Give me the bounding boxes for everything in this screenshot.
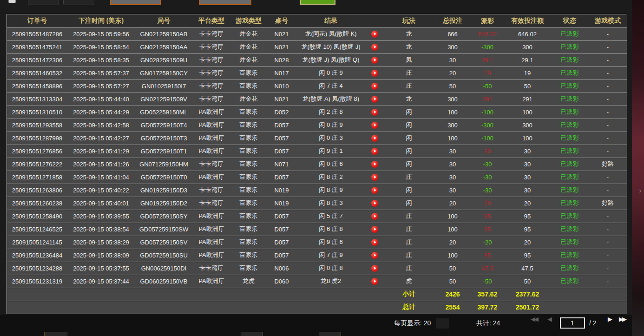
table-row: 2509150512718582025-09-15 05:41:04GD0572… bbox=[7, 171, 627, 184]
play-icon[interactable] bbox=[371, 70, 378, 77]
play-icon[interactable] bbox=[371, 57, 378, 64]
filter-dropdown-2[interactable]: ▾ bbox=[199, 0, 251, 5]
page-total-label: / 2 bbox=[589, 319, 597, 327]
replay-button[interactable] bbox=[366, 79, 383, 92]
filter-field-1[interactable] bbox=[28, 0, 59, 5]
first-page-icon[interactable]: ◀◀ bbox=[531, 316, 537, 323]
next-page-icon[interactable]: ▶ bbox=[608, 316, 611, 323]
cell-platform-type: 卡卡湾厅 bbox=[193, 158, 230, 171]
replay-button[interactable] bbox=[366, 249, 383, 262]
play-icon[interactable] bbox=[371, 96, 378, 103]
cell-game-mode: - bbox=[589, 171, 627, 184]
replay-button[interactable] bbox=[366, 132, 383, 145]
col-table-number: 桌号 bbox=[267, 14, 296, 27]
play-icon[interactable] bbox=[371, 109, 378, 116]
filter-field-2[interactable] bbox=[63, 0, 94, 5]
page-number-input[interactable] bbox=[560, 317, 585, 329]
cell-status: 已派彩 bbox=[551, 223, 589, 236]
cell-result: 闲 7 庄 9 bbox=[296, 249, 366, 262]
replay-button[interactable] bbox=[366, 53, 383, 66]
replay-button[interactable] bbox=[366, 171, 383, 184]
cell-status: 已派彩 bbox=[551, 158, 589, 171]
replay-button[interactable] bbox=[366, 105, 383, 119]
replay-button[interactable] bbox=[366, 27, 383, 40]
replay-button[interactable] bbox=[366, 145, 383, 158]
prev-page-icon[interactable]: ◀ bbox=[547, 316, 551, 323]
cell-total-bet: 300 bbox=[434, 119, 471, 132]
replay-button[interactable] bbox=[366, 40, 383, 53]
play-icon[interactable] bbox=[371, 31, 378, 38]
cell-platform-type: PA欧洲厅 bbox=[193, 171, 230, 184]
total-row: 总计 2554 397.72 2501.72 bbox=[7, 301, 627, 314]
cell-payout: -30 bbox=[471, 184, 504, 197]
top-filter-bar: ▾ ▾ bbox=[0, 0, 644, 7]
cell-platform-type: 卡卡湾厅 bbox=[193, 27, 230, 40]
replay-button[interactable] bbox=[366, 158, 383, 171]
col-round-number: 局号 bbox=[135, 14, 193, 27]
cell-result: 闲 0 庄 8 bbox=[296, 262, 366, 275]
replay-button[interactable] bbox=[366, 184, 383, 197]
play-icon[interactable] bbox=[371, 148, 378, 155]
cell-status: 已派彩 bbox=[551, 171, 589, 184]
replay-button[interactable] bbox=[366, 210, 383, 223]
cell-valid-bet: 29.1 bbox=[504, 53, 551, 66]
search-button[interactable] bbox=[300, 0, 335, 5]
cell-result: 龙(散牌 10) 凤(散牌 J) bbox=[296, 40, 366, 53]
cell-order-number: 250915051234288 bbox=[7, 262, 67, 275]
replay-button[interactable] bbox=[366, 66, 383, 79]
table-row: 2509150514588962025-09-15 05:57:27GN0102… bbox=[7, 79, 627, 92]
table-row: 2509150513105102025-09-15 05:44:29GD0522… bbox=[7, 105, 627, 119]
cell-valid-bet: 95 bbox=[504, 249, 551, 262]
cell-game-type: 百家乐 bbox=[230, 145, 267, 158]
play-icon[interactable] bbox=[371, 265, 378, 272]
replay-button[interactable] bbox=[366, 92, 383, 105]
play-icon[interactable] bbox=[371, 174, 378, 181]
cell-play-method: 凤 bbox=[383, 53, 434, 66]
play-icon[interactable] bbox=[371, 252, 378, 259]
cell-payout: -30 bbox=[471, 171, 504, 184]
page-size-dropdown[interactable] bbox=[436, 318, 449, 329]
replay-button[interactable] bbox=[366, 262, 383, 275]
cell-round-number: GD057259150T3 bbox=[135, 132, 193, 145]
replay-button[interactable] bbox=[366, 197, 383, 210]
subtotal-bet: 2426 bbox=[434, 288, 471, 301]
cell-bet-time: 2025-09-15 05:37:55 bbox=[67, 262, 135, 275]
cell-payout: -30 bbox=[471, 158, 504, 171]
cell-game-type: 龙虎 bbox=[230, 275, 267, 288]
cell-order-number: 250915051487286 bbox=[7, 27, 67, 40]
play-icon[interactable] bbox=[371, 161, 378, 168]
cell-bet-time: 2025-09-15 05:44:29 bbox=[67, 105, 135, 119]
replay-button[interactable] bbox=[366, 223, 383, 236]
cell-total-bet: 20 bbox=[434, 197, 471, 210]
last-page-icon[interactable]: ▶▶ bbox=[619, 316, 625, 323]
cell-result: 闲 6 庄 8 bbox=[296, 223, 366, 236]
play-icon[interactable] bbox=[371, 44, 378, 51]
select-all-checkbox[interactable] bbox=[8, 0, 16, 3]
cell-total-bet: 20 bbox=[434, 66, 471, 79]
play-icon[interactable] bbox=[371, 187, 378, 194]
cell-status: 已派彩 bbox=[551, 132, 589, 145]
play-icon[interactable] bbox=[371, 226, 378, 233]
play-icon[interactable] bbox=[371, 213, 378, 220]
play-icon[interactable] bbox=[371, 200, 378, 207]
cell-game-type: 百家乐 bbox=[230, 236, 267, 249]
cell-game-type: 百家乐 bbox=[230, 171, 267, 184]
replay-button[interactable] bbox=[366, 236, 383, 249]
play-icon[interactable] bbox=[371, 239, 378, 246]
replay-button[interactable] bbox=[366, 275, 383, 288]
cell-total-bet: 30 bbox=[434, 53, 471, 66]
filter-dropdown-1[interactable]: ▾ bbox=[110, 0, 161, 5]
play-icon[interactable] bbox=[371, 135, 378, 142]
table-row: 2509150512584902025-09-15 05:39:55GD0572… bbox=[7, 210, 627, 223]
cell-order-number: 250915051460532 bbox=[7, 66, 67, 79]
play-icon[interactable] bbox=[371, 122, 378, 129]
cell-bet-time: 2025-09-15 05:42:27 bbox=[67, 132, 135, 145]
play-icon[interactable] bbox=[371, 278, 378, 285]
cell-platform-type: PA欧洲厅 bbox=[193, 210, 230, 223]
play-icon[interactable] bbox=[371, 83, 378, 90]
cell-status: 已派彩 bbox=[551, 249, 589, 262]
col-status: 状态 bbox=[551, 14, 589, 27]
col-payout: 派彩 bbox=[471, 14, 504, 27]
cell-table-number: D060 bbox=[267, 275, 296, 288]
replay-button[interactable] bbox=[366, 119, 383, 132]
